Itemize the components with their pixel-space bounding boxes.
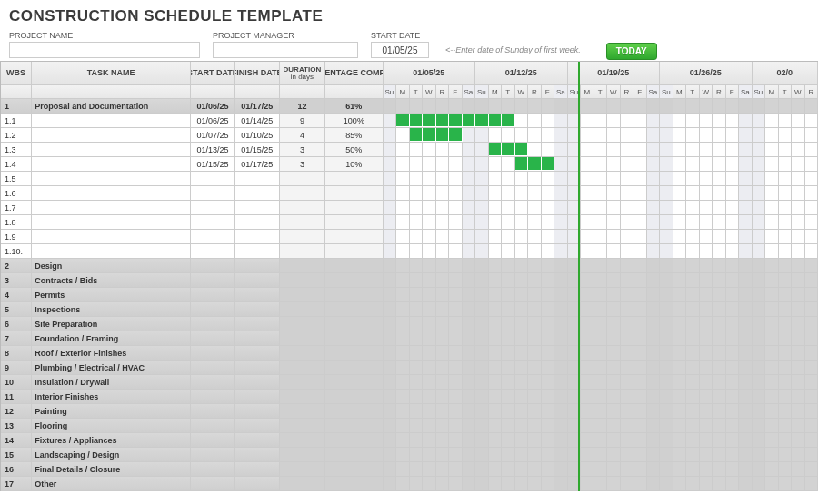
finish-cell[interactable] [235, 477, 280, 490]
finish-cell[interactable] [235, 244, 280, 258]
start-cell[interactable] [191, 404, 235, 418]
finish-cell[interactable] [235, 448, 280, 461]
start-cell[interactable] [191, 259, 235, 272]
finish-cell[interactable] [235, 361, 280, 374]
finish-cell[interactable] [235, 346, 280, 360]
project-manager-input[interactable] [213, 42, 358, 58]
table-row[interactable]: 4Permits [1, 288, 818, 302]
start-cell[interactable] [191, 230, 235, 243]
task-name-cell[interactable] [32, 201, 191, 214]
finish-cell[interactable] [235, 201, 280, 214]
task-name-cell[interactable] [32, 143, 191, 156]
table-row[interactable]: 8Roof / Exterior Finishes [1, 346, 818, 361]
start-cell[interactable] [191, 215, 235, 229]
finish-cell[interactable] [235, 331, 280, 345]
table-row[interactable]: 10Insulation / Drywall [1, 375, 818, 390]
start-cell[interactable] [191, 186, 235, 200]
task-name-cell[interactable]: Design [32, 259, 191, 272]
table-row[interactable]: 1.5 [1, 172, 818, 186]
table-row[interactable]: 1.6 [1, 186, 818, 201]
start-cell[interactable] [191, 273, 235, 287]
finish-cell[interactable] [235, 462, 280, 476]
start-cell[interactable] [191, 346, 235, 360]
start-cell[interactable] [191, 433, 235, 447]
table-row[interactable]: 5Inspections [1, 302, 818, 317]
task-name-cell[interactable] [32, 244, 191, 258]
task-name-cell[interactable]: Roof / Exterior Finishes [32, 346, 191, 360]
finish-cell[interactable]: 01/15/25 [235, 143, 280, 156]
table-row[interactable]: 16Final Details / Closure [1, 462, 818, 477]
task-name-cell[interactable] [32, 157, 191, 171]
finish-cell[interactable] [235, 390, 280, 403]
table-row[interactable]: 1.401/15/2501/17/25310% [1, 157, 818, 172]
task-name-cell[interactable]: Site Preparation [32, 317, 191, 331]
start-cell[interactable] [191, 317, 235, 331]
table-row[interactable]: 14Fixtures / Appliances [1, 433, 818, 448]
task-name-cell[interactable]: Foundation / Framing [32, 331, 191, 345]
task-name-cell[interactable]: Other [32, 477, 191, 490]
start-cell[interactable] [191, 244, 235, 258]
task-name-cell[interactable]: Interior Finishes [32, 390, 191, 403]
task-name-cell[interactable] [32, 114, 191, 127]
table-row[interactable]: 12Painting [1, 404, 818, 419]
finish-cell[interactable] [235, 172, 280, 185]
task-name-cell[interactable] [32, 215, 191, 229]
finish-cell[interactable] [235, 230, 280, 243]
start-cell[interactable] [191, 201, 235, 214]
task-name-cell[interactable] [32, 172, 191, 185]
task-name-cell[interactable]: Flooring [32, 419, 191, 432]
start-cell[interactable] [191, 331, 235, 345]
task-name-cell[interactable]: Final Details / Closure [32, 462, 191, 476]
table-row[interactable]: 15Landscaping / Design [1, 448, 818, 462]
table-row[interactable]: 3Contracts / Bids [1, 273, 818, 288]
finish-cell[interactable] [235, 215, 280, 229]
task-name-cell[interactable]: Contracts / Bids [32, 273, 191, 287]
finish-cell[interactable] [235, 288, 280, 301]
finish-cell[interactable]: 01/10/25 [235, 128, 280, 142]
finish-cell[interactable] [235, 317, 280, 331]
table-row[interactable]: 1.201/07/2501/10/25485% [1, 128, 818, 143]
table-row[interactable]: 1.9 [1, 230, 818, 244]
task-name-cell[interactable]: Painting [32, 404, 191, 418]
start-cell[interactable] [191, 375, 235, 389]
task-name-cell[interactable]: Plumbing / Electrical / HVAC [32, 361, 191, 374]
start-cell[interactable] [191, 302, 235, 316]
task-name-cell[interactable]: Permits [32, 288, 191, 301]
finish-cell[interactable] [235, 433, 280, 447]
task-name-cell[interactable] [32, 186, 191, 200]
task-name-cell[interactable]: Landscaping / Design [32, 448, 191, 461]
table-row[interactable]: 1.101/06/2501/14/259100% [1, 114, 818, 128]
start-cell[interactable] [191, 448, 235, 461]
start-cell[interactable]: 01/06/25 [191, 114, 235, 127]
finish-cell[interactable] [235, 302, 280, 316]
table-row[interactable]: 1Proposal and Documentation01/06/2501/17… [1, 99, 818, 114]
start-cell[interactable] [191, 477, 235, 490]
finish-cell[interactable] [235, 259, 280, 272]
table-row[interactable]: 7Foundation / Framing [1, 331, 818, 346]
table-row[interactable]: 1.7 [1, 201, 818, 215]
task-name-cell[interactable]: Proposal and Documentation [32, 99, 191, 113]
task-name-cell[interactable]: Insulation / Drywall [32, 375, 191, 389]
table-row[interactable]: 17Other [1, 477, 818, 491]
finish-cell[interactable] [235, 375, 280, 389]
task-name-cell[interactable]: Fixtures / Appliances [32, 433, 191, 447]
start-cell[interactable]: 01/13/25 [191, 143, 235, 156]
start-cell[interactable]: 01/06/25 [191, 99, 235, 113]
table-row[interactable]: 2Design [1, 259, 818, 273]
task-name-cell[interactable] [32, 230, 191, 243]
start-cell[interactable] [191, 172, 235, 185]
finish-cell[interactable] [235, 273, 280, 287]
start-cell[interactable]: 01/07/25 [191, 128, 235, 142]
table-row[interactable]: 13Flooring [1, 419, 818, 433]
finish-cell[interactable]: 01/17/25 [235, 157, 280, 171]
start-cell[interactable] [191, 390, 235, 403]
start-cell[interactable] [191, 361, 235, 374]
finish-cell[interactable]: 01/17/25 [235, 99, 280, 113]
table-row[interactable]: 9Plumbing / Electrical / HVAC [1, 361, 818, 375]
table-row[interactable]: 1.301/13/2501/15/25350% [1, 143, 818, 157]
finish-cell[interactable]: 01/14/25 [235, 114, 280, 127]
start-cell[interactable] [191, 288, 235, 301]
table-row[interactable]: 6Site Preparation [1, 317, 818, 331]
project-name-input[interactable] [9, 42, 200, 58]
task-name-cell[interactable]: Inspections [32, 302, 191, 316]
